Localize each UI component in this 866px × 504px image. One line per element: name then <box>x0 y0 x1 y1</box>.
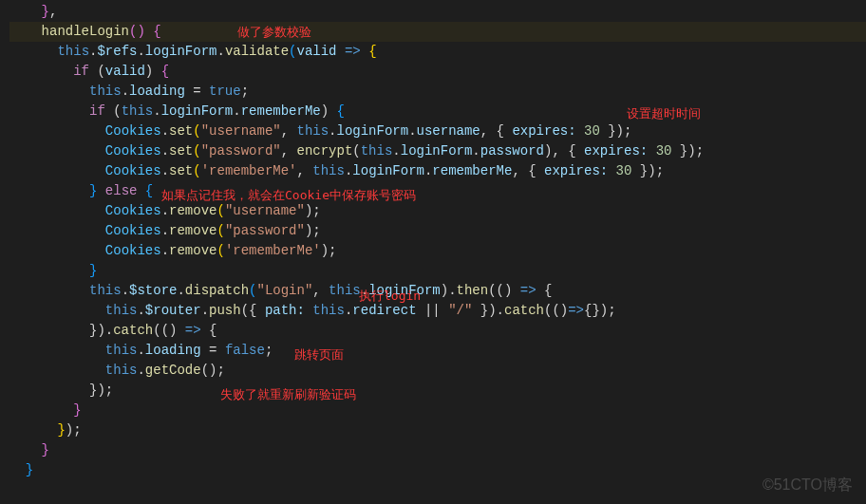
code-line[interactable]: Cookies.set("password", encrypt(this.log… <box>9 141 866 161</box>
annotation-exec-login: 执行login <box>359 286 421 306</box>
annotation-redirect: 跳转页面 <box>294 345 344 364</box>
code-line[interactable]: if (this.loginForm.rememberMe) { <box>9 102 866 121</box>
annotation-param-check: 做了参数校验 <box>237 22 311 42</box>
code-line[interactable]: this.$refs.loginForm.validate(valid => { <box>9 42 866 62</box>
code-line[interactable]: }).catch(() => { <box>9 321 866 341</box>
code-line[interactable]: this.loading = true; <box>9 82 866 102</box>
code-line[interactable]: }); <box>9 381 866 401</box>
code-editor[interactable]: }, handleLogin() { this.$refs.loginForm.… <box>0 0 866 480</box>
code-line[interactable]: } <box>9 460 866 480</box>
code-line[interactable]: } else { <box>9 181 866 201</box>
code-line[interactable]: Cookies.remove("username"); <box>9 201 866 221</box>
annotation-cookie-save: 如果点记住我，就会在Cookie中保存账号密码 <box>161 185 416 205</box>
code-line[interactable]: this.loading = false; <box>9 341 866 361</box>
code-line[interactable]: }); <box>9 420 866 440</box>
code-line[interactable]: handleLogin() { <box>9 22 866 42</box>
code-line[interactable]: Cookies.set('rememberMe', this.loginForm… <box>9 161 866 181</box>
code-line[interactable]: this.$router.push({ path: this.redirect … <box>9 301 866 321</box>
code-line[interactable]: }, <box>9 2 866 22</box>
annotation-refresh-captcha: 失败了就重新刷新验证码 <box>220 384 356 404</box>
code-line[interactable]: } <box>9 440 866 460</box>
code-line[interactable]: Cookies.remove('rememberMe'); <box>9 241 866 261</box>
code-line[interactable]: } <box>9 261 866 281</box>
code-line[interactable]: this.$store.dispatch("Login", this.login… <box>9 281 866 301</box>
watermark: ©51CTO博客 <box>762 475 853 495</box>
code-line[interactable]: Cookies.set("username", this.loginForm.u… <box>9 121 866 141</box>
code-line[interactable]: } <box>9 401 866 420</box>
code-line[interactable]: Cookies.remove("password"); <box>9 221 866 241</box>
code-line[interactable]: this.getCode(); <box>9 361 866 381</box>
code-line[interactable]: if (valid) { <box>9 62 866 82</box>
annotation-timeout: 设置超时时间 <box>627 103 701 123</box>
